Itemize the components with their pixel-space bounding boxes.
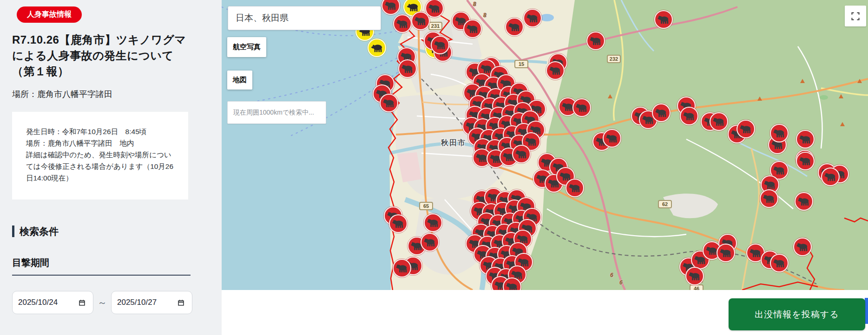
- incident-detail-line: 発生日時：令和7年10月26日 8:45頃: [26, 126, 175, 137]
- bear-sighting-marker[interactable]: [463, 19, 482, 38]
- bear-sighting-marker[interactable]: [398, 59, 417, 78]
- bear-shape-icon: [799, 155, 812, 168]
- city-label-akita: 秋田市: [441, 138, 466, 148]
- boar-sighting-marker[interactable]: [368, 39, 386, 57]
- route-badge-62: 62: [658, 200, 672, 208]
- bear-shape-icon: [799, 133, 812, 146]
- incident-detail-line: 場所：鹿角市八幡平字諸田 地内: [26, 137, 175, 149]
- bear-sighting-marker[interactable]: [760, 189, 778, 208]
- bear-sighting-marker[interactable]: [796, 152, 815, 170]
- sighting-period-range: 2025/10/24 ～ 2025/10/27: [12, 291, 222, 314]
- incident-detail-card: 発生日時：令和7年10月26日 8:45頃 場所：鹿角市八幡平字諸田 地内 詳細…: [12, 112, 188, 200]
- bear-sighting-marker[interactable]: [421, 233, 439, 251]
- bear-shape-icon: [798, 195, 810, 208]
- route-badge-15: 15: [514, 60, 528, 68]
- sightings-map[interactable]: 秋田市 231232156562134688766 航空写真 地図 現在周囲10…: [222, 0, 868, 290]
- bear-shape-icon: [569, 182, 581, 194]
- bear-shape-icon: [508, 21, 521, 33]
- bear-shape-icon: [428, 2, 441, 15]
- fullscreen-button[interactable]: [845, 6, 866, 26]
- bear-shape-icon: [606, 132, 618, 145]
- bear-shape-icon: [740, 123, 752, 135]
- bear-sighting-marker[interactable]: [770, 124, 789, 142]
- bear-sighting-marker[interactable]: [736, 120, 755, 138]
- route-number-label: 8: [483, 12, 487, 19]
- bear-sighting-marker[interactable]: [380, 94, 398, 112]
- bear-sighting-marker[interactable]: [795, 192, 813, 211]
- bear-shape-icon: [385, 0, 397, 12]
- bear-sighting-marker[interactable]: [652, 103, 671, 122]
- bear-sighting-marker[interactable]: [566, 179, 584, 197]
- bear-shape-icon: [689, 270, 701, 283]
- bear-shape-icon: [796, 241, 809, 253]
- bear-sighting-marker[interactable]: [393, 14, 412, 33]
- aerial-photo-button[interactable]: 航空写真: [227, 37, 266, 57]
- mountain-peak-icon: [800, 79, 805, 83]
- incident-title: R7.10.26【鹿角市】ツキノワグマによる人身事故の発生について（第１報）: [12, 32, 189, 79]
- route-badge-232: 232: [607, 55, 621, 63]
- bear-shape-icon: [773, 164, 786, 177]
- bear-sighting-marker[interactable]: [424, 213, 442, 232]
- bear-shape-icon: [392, 218, 405, 230]
- calendar-icon: [79, 299, 85, 306]
- bear-shape-icon: [525, 135, 538, 148]
- bear-sighting-marker[interactable]: [717, 244, 735, 262]
- mountain-peak-icon: [840, 122, 845, 126]
- boar-shape-icon: [371, 42, 383, 54]
- bear-sighting-marker[interactable]: [793, 238, 812, 256]
- bear-shape-icon: [434, 39, 447, 52]
- incident-location: 場所：鹿角市八幡平字諸田: [12, 89, 222, 100]
- bear-sighting-marker[interactable]: [821, 168, 840, 186]
- bear-sighting-marker[interactable]: [505, 18, 524, 36]
- bear-shape-icon: [467, 23, 479, 35]
- date-to-input[interactable]: 2025/10/27: [111, 291, 192, 314]
- map-type-button[interactable]: 地図: [227, 71, 252, 90]
- bear-sighting-marker[interactable]: [603, 129, 621, 148]
- bear-sighting-marker[interactable]: [431, 36, 449, 54]
- bear-sighting-marker[interactable]: [654, 10, 673, 29]
- bear-sighting-marker[interactable]: [586, 32, 605, 50]
- route-badge-46: 46: [690, 284, 704, 290]
- bear-shape-icon: [824, 171, 837, 183]
- bear-shape-icon: [750, 247, 762, 259]
- date-from-value: 2025/10/24: [18, 298, 58, 307]
- route-number-label: 6: [610, 272, 613, 278]
- map-search-input[interactable]: [228, 6, 381, 30]
- bear-sighting-marker[interactable]: [389, 214, 408, 233]
- mountain-peak-icon: [608, 94, 612, 98]
- boar-shape-icon: [407, 1, 419, 13]
- bear-sighting-marker[interactable]: [512, 145, 531, 163]
- bear-sighting-marker[interactable]: [523, 9, 542, 27]
- bear-shape-icon: [515, 148, 528, 161]
- bear-sighting-marker[interactable]: [770, 254, 789, 272]
- route-number-label: 6: [619, 279, 623, 286]
- bear-sighting-marker[interactable]: [796, 130, 815, 148]
- post-sighting-button[interactable]: 出没情報を投稿する: [729, 298, 865, 330]
- bear-shape-icon: [506, 281, 519, 290]
- bear-shape-icon: [396, 18, 409, 30]
- bear-sighting-marker[interactable]: [685, 267, 704, 285]
- bear-shape-icon: [713, 116, 725, 128]
- bear-shape-icon: [720, 247, 732, 259]
- incident-sidebar: 人身事故情報 R7.10.26【鹿角市】ツキノワグマによる人身事故の発生について…: [0, 0, 222, 335]
- route-badge-231: 231: [428, 22, 442, 30]
- date-from-input[interactable]: 2025/10/24: [12, 291, 93, 314]
- fullscreen-icon: [850, 11, 861, 21]
- bear-shape-icon: [383, 97, 395, 110]
- incident-type-badge: 人身事故情報: [17, 6, 82, 23]
- bear-sighting-marker[interactable]: [572, 98, 591, 117]
- hidden-blue-button-edge[interactable]: [865, 298, 868, 324]
- bear-shape-icon: [576, 102, 588, 114]
- bear-sighting-marker[interactable]: [680, 107, 698, 125]
- bear-sighting-marker[interactable]: [710, 112, 728, 131]
- search-radius-status[interactable]: 現在周囲1000kmで検索中...: [227, 101, 326, 124]
- bear-sighting-marker[interactable]: [546, 61, 565, 80]
- search-conditions-heading: 検索条件: [12, 225, 222, 237]
- calendar-icon: [178, 299, 184, 306]
- route-number-label: 8: [473, 1, 476, 7]
- bear-shape-icon: [401, 63, 414, 75]
- bear-shape-icon: [424, 236, 436, 249]
- bear-sighting-marker[interactable]: [393, 259, 411, 277]
- bear-shape-icon: [655, 107, 668, 119]
- bear-shape-icon: [773, 127, 786, 140]
